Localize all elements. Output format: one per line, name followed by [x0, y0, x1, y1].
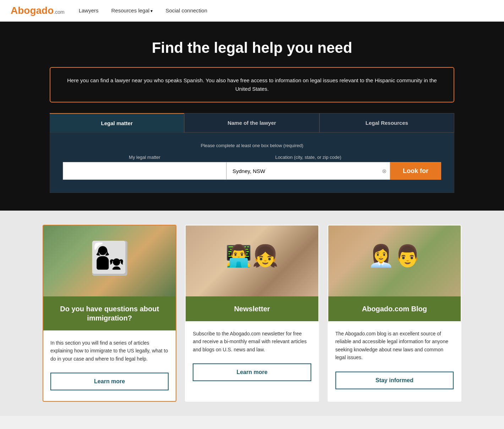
search-tabs: Legal matter Name of the lawyer Legal Re…: [50, 113, 454, 133]
nav-links: Lawyers Resources legal Social connectio…: [79, 7, 207, 14]
legal-matter-field: My legal matter: [63, 155, 226, 180]
legal-matter-label: My legal matter: [63, 155, 226, 160]
card-immigration-image: [43, 225, 176, 296]
hero-description-box: Here you can find a lawyer near you who …: [50, 67, 454, 102]
card-immigration-title-bar: Do you have questions about immigration?: [43, 296, 176, 330]
card-newsletter-body: Subscribe to the Abogado.com newsletter …: [186, 321, 318, 392]
card-newsletter-image: [186, 225, 318, 296]
card-immigration: Do you have questions about immigration?…: [43, 225, 176, 402]
nav-resources-link[interactable]: Resources legal: [111, 7, 150, 13]
look-for-button[interactable]: Look for: [390, 162, 441, 180]
navbar: Abogado.com Lawyers Resources legal Soci…: [0, 0, 504, 22]
legal-matter-input[interactable]: [63, 162, 226, 180]
clear-location-icon[interactable]: ⊗: [382, 168, 387, 174]
card-newsletter-title-bar: Newsletter: [186, 296, 318, 321]
card-immigration-body: In this section you will find a series o…: [43, 330, 176, 401]
card-blog-body: The Abogado.com blog is an excellent sou…: [328, 321, 461, 400]
required-text: Please complete at least one box below (…: [63, 143, 441, 148]
card-blog-title: Abogado.com Blog: [335, 304, 454, 313]
card-newsletter-text: Subscribe to the Abogado.com newsletter …: [193, 330, 311, 353]
card-blog-title-bar: Abogado.com Blog: [328, 296, 461, 321]
card-newsletter: Newsletter Subscribe to the Abogado.com …: [185, 225, 319, 402]
location-input[interactable]: [226, 162, 390, 180]
location-label: Location (city, state, or zip code): [226, 155, 390, 160]
nav-social-link[interactable]: Social connection: [165, 7, 207, 13]
tab-legal-resources[interactable]: Legal Resources: [319, 113, 454, 133]
cards-grid: Do you have questions about immigration?…: [43, 225, 461, 402]
card-newsletter-title: Newsletter: [193, 304, 311, 313]
logo-main: Abogado: [11, 5, 54, 16]
card-blog-image: [328, 225, 461, 296]
card-immigration-title: Do you have questions about immigration?: [50, 304, 169, 323]
location-input-wrap: ⊗: [226, 162, 390, 180]
nav-social[interactable]: Social connection: [165, 7, 207, 14]
card-blog: Abogado.com Blog The Abogado.com blog is…: [328, 225, 461, 402]
card-blog-button[interactable]: Stay informed: [335, 372, 454, 389]
logo-suffix: .com: [54, 9, 64, 15]
tab-legal-matter[interactable]: Legal matter: [50, 113, 184, 133]
location-field: Location (city, state, or zip code) ⊗: [226, 155, 390, 180]
card-blog-text: The Abogado.com blog is an excellent sou…: [335, 330, 454, 362]
hero-description: Here you can find a lawyer near you who …: [65, 76, 439, 93]
card-immigration-button[interactable]: Learn more: [50, 373, 169, 390]
cards-section: Do you have questions about immigration?…: [0, 211, 504, 416]
hero-title: Find the legal help you need: [7, 39, 497, 56]
search-panel: Please complete at least one box below (…: [50, 133, 454, 193]
hero: Find the legal help you need Here you ca…: [0, 22, 504, 200]
nav-lawyers[interactable]: Lawyers: [79, 7, 99, 14]
logo[interactable]: Abogado.com: [11, 5, 65, 16]
nav-lawyers-link[interactable]: Lawyers: [79, 7, 99, 13]
card-newsletter-button[interactable]: Learn more: [193, 363, 311, 381]
hero-wrapper: Find the legal help you need Here you ca…: [0, 22, 504, 211]
tab-lawyer-name[interactable]: Name of the lawyer: [184, 113, 319, 133]
search-row: My legal matter Location (city, state, o…: [63, 155, 441, 180]
card-immigration-text: In this section you will find a series o…: [50, 339, 169, 363]
nav-resources[interactable]: Resources legal: [111, 7, 153, 14]
